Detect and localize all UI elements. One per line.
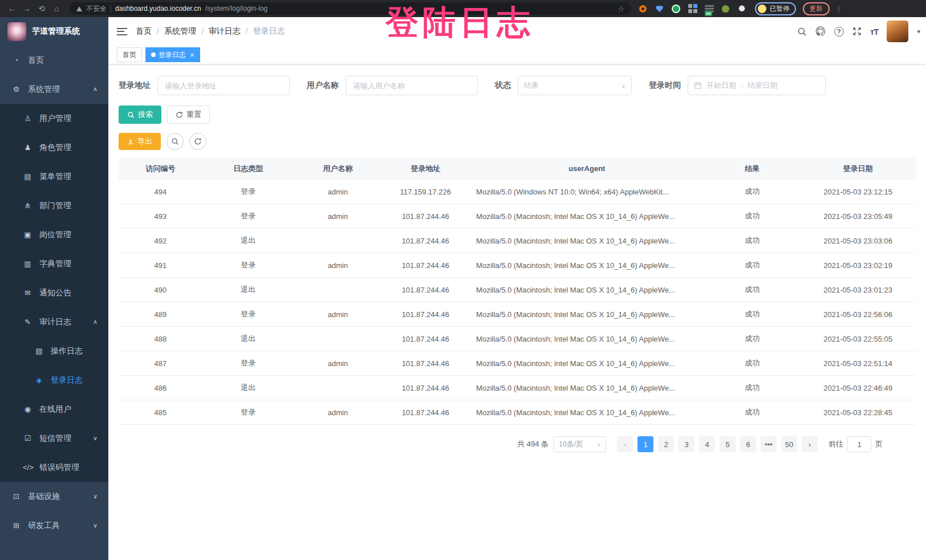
page-button-6[interactable]: 6: [740, 436, 756, 452]
prev-page-button[interactable]: ‹: [617, 436, 633, 452]
sidebar-item-posts[interactable]: ▣岗位管理: [0, 220, 108, 249]
extension-bug-icon[interactable]: [721, 4, 730, 14]
table-row[interactable]: 492退出101.87.244.46Mozilla/5.0 (Macintosh…: [119, 229, 916, 253]
goto-page-input[interactable]: [847, 436, 871, 452]
chevron-down-icon: ∨: [93, 522, 98, 529]
column-header[interactable]: 登录地址: [381, 164, 469, 174]
table-row[interactable]: 487登录admin101.87.244.46Mozilla/5.0 (Maci…: [119, 351, 916, 376]
sidebar-item-error-codes[interactable]: </>错误码管理: [0, 453, 108, 482]
page-button-2[interactable]: 2: [658, 436, 674, 452]
sidebar-menu: ◔首页⚙系统管理∧♙用户管理♟角色管理▤菜单管理⋔部门管理▣岗位管理▥字典管理✉…: [0, 46, 108, 560]
close-icon[interactable]: ×: [190, 51, 194, 59]
sidebar-item-infrastructure[interactable]: ⊡基础设施∨: [0, 482, 108, 511]
help-icon[interactable]: ?: [834, 27, 844, 36]
user-avatar[interactable]: [887, 21, 908, 42]
browser-forward-icon[interactable]: →: [21, 4, 33, 13]
sidebar-item-roles[interactable]: ♟角色管理: [0, 133, 108, 162]
export-button[interactable]: 导出: [119, 133, 161, 150]
more-pages-button[interactable]: •••: [761, 436, 777, 452]
table-row[interactable]: 494登录admin117.159.17.226Mozilla/5.0 (Win…: [119, 180, 916, 204]
extension-green-icon[interactable]: [671, 4, 681, 14]
sidebar-toggle-icon[interactable]: [108, 26, 136, 37]
breadcrumb-item[interactable]: 系统管理: [164, 26, 196, 36]
sidebar-item-notices[interactable]: ✉通知公告: [0, 278, 108, 307]
bookmark-star-icon[interactable]: ☆: [618, 5, 624, 13]
search-button[interactable]: 搜索: [119, 105, 161, 124]
table-row[interactable]: 491登录admin101.87.244.46Mozilla/5.0 (Maci…: [119, 253, 916, 278]
column-header[interactable]: 登录日期: [800, 164, 916, 174]
table-cell: 登录: [202, 260, 294, 270]
breadcrumb-item[interactable]: 审计日志: [209, 26, 241, 36]
extension-list-icon[interactable]: on: [704, 4, 714, 14]
sidebar-item-dicts[interactable]: ▥字典管理: [0, 249, 108, 278]
column-header[interactable]: 用户名称: [294, 164, 382, 174]
table-cell: 491: [119, 261, 202, 270]
caret-down-icon[interactable]: ▾: [917, 28, 920, 35]
column-header[interactable]: 访问编号: [119, 164, 202, 174]
sidebar-item-departments[interactable]: ⋔部门管理: [0, 191, 108, 220]
sidebar-item-system[interactable]: ⚙系统管理∧: [0, 75, 108, 104]
browser-profile-chip[interactable]: 已暂停: [755, 2, 796, 15]
font-size-icon[interactable]: тT: [870, 27, 879, 36]
table-row[interactable]: 489登录admin101.87.244.46Mozilla/5.0 (Maci…: [119, 302, 916, 327]
browser-menu-icon[interactable]: ⋮: [835, 5, 843, 13]
sidebar-item-login-log[interactable]: ◈登录日志: [0, 366, 108, 395]
browser-update-button[interactable]: 更新: [803, 2, 830, 15]
table-row[interactable]: 493登录admin101.87.244.46Mozilla/5.0 (Maci…: [119, 204, 916, 229]
table-row[interactable]: 485登录admin101.87.244.46Mozilla/5.0 (Maci…: [119, 400, 916, 425]
page-content: 登录地址 用户名称 状态 结果 ∨ 登录时间: [108, 64, 926, 560]
table-cell: 登录: [202, 309, 294, 319]
reset-button[interactable]: 重置: [167, 105, 210, 124]
sidebar-item-users[interactable]: ♙用户管理: [0, 104, 108, 133]
table-row[interactable]: 486退出101.87.244.46Mozilla/5.0 (Macintosh…: [119, 376, 916, 400]
tab-home[interactable]: 首页: [117, 47, 142, 62]
page-button-50[interactable]: 50: [781, 436, 797, 452]
page-button-5[interactable]: 5: [720, 436, 736, 452]
extensions-puzzle-icon[interactable]: [737, 4, 747, 14]
grid-icon: [688, 4, 697, 13]
refresh-table-button[interactable]: [189, 133, 206, 150]
tab-login-log[interactable]: 登录日志×: [145, 47, 200, 62]
sidebar-item-audit-logs[interactable]: ✎审计日志∧: [0, 307, 108, 336]
username-input[interactable]: [346, 76, 478, 95]
breadcrumb-item[interactable]: 首页: [136, 26, 152, 36]
status-select[interactable]: 结果 ∨: [518, 76, 632, 95]
address-bar[interactable]: 不安全 dashboard.yudao.iocoder.cn /system/l…: [70, 2, 631, 15]
browser-back-icon[interactable]: ←: [6, 4, 18, 13]
table-row[interactable]: 490退出101.87.244.46Mozilla/5.0 (Macintosh…: [119, 278, 916, 302]
hide-search-button[interactable]: [166, 133, 184, 150]
table-row[interactable]: 488退出101.87.244.46Mozilla/5.0 (Macintosh…: [119, 327, 916, 351]
puzzle-icon: [738, 5, 746, 13]
page-button-1[interactable]: 1: [637, 436, 653, 452]
column-header[interactable]: userAgent: [469, 164, 704, 173]
app-logo-area[interactable]: 芋道管理系统: [0, 17, 108, 46]
next-page-button[interactable]: ›: [802, 436, 818, 452]
github-icon[interactable]: [815, 26, 826, 36]
extension-gem-icon[interactable]: [655, 4, 664, 14]
sidebar: 芋道管理系统 ◔首页⚙系统管理∧♙用户管理♟角色管理▤菜单管理⋔部门管理▣岗位管…: [0, 17, 108, 560]
search-icon[interactable]: [797, 27, 807, 36]
extension-orange-icon[interactable]: [638, 4, 648, 14]
home-icon: ◔: [11, 56, 21, 64]
sidebar-item-menus[interactable]: ▤菜单管理: [0, 162, 108, 191]
page-button-3[interactable]: 3: [679, 436, 695, 452]
fullscreen-icon[interactable]: [852, 27, 862, 36]
column-header[interactable]: 日志类型: [202, 164, 294, 174]
url-domain: dashboard.yudao.iocoder.cn: [115, 5, 201, 13]
sidebar-item-dev-tools[interactable]: ⊞研发工具∨: [0, 511, 108, 540]
sidebar-item-operation-log[interactable]: ▤操作日志: [0, 336, 108, 366]
column-header[interactable]: 结果: [704, 164, 800, 174]
browser-reload-icon[interactable]: ⟲: [35, 4, 48, 13]
sidebar-item-home[interactable]: ◔首页: [0, 46, 108, 75]
login-address-input[interactable]: [157, 76, 290, 95]
table-cell: 登录: [202, 211, 294, 221]
sidebar-item-sms[interactable]: ☑短信管理∨: [0, 424, 108, 453]
security-label: 不安全: [86, 4, 107, 14]
date-range-picker[interactable]: 开始日期 - 结束日期: [688, 76, 826, 95]
sidebar-item-online-users[interactable]: ◉在线用户: [0, 395, 108, 424]
browser-home-icon[interactable]: ⌂: [50, 4, 63, 13]
breadcrumb-separator: /: [246, 27, 248, 36]
page-size-select[interactable]: 10条/页 ∨: [554, 436, 606, 452]
extension-grid-icon[interactable]: [688, 4, 697, 14]
page-button-4[interactable]: 4: [699, 436, 715, 452]
